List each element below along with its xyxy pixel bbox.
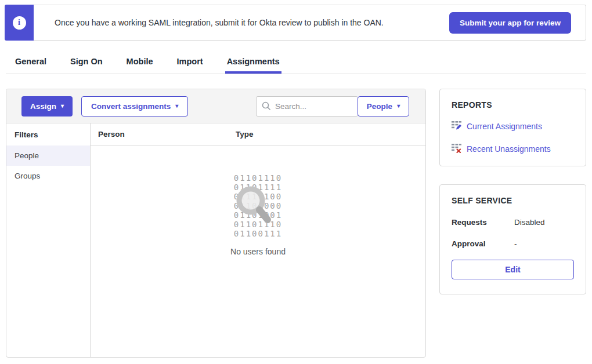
chevron-down-icon: ▾ bbox=[397, 103, 400, 109]
reports-title: REPORTS bbox=[452, 100, 574, 110]
search-icon bbox=[262, 101, 271, 111]
filters-sidebar: Filters People Groups bbox=[6, 123, 91, 357]
search-scope-label: People bbox=[367, 102, 392, 111]
info-banner: i Once you have a working SAML integrati… bbox=[5, 5, 586, 41]
convert-assignments-button[interactable]: Convert assignments ▾ bbox=[81, 96, 188, 117]
filters-title: Filters bbox=[6, 123, 90, 145]
filter-item-people[interactable]: People bbox=[6, 145, 90, 166]
convert-assignments-label: Convert assignments bbox=[91, 102, 171, 111]
requests-value: Disabled bbox=[514, 218, 545, 227]
reports-card: REPORTS Current Assignments bbox=[439, 89, 586, 166]
magnifier-icon bbox=[230, 181, 278, 231]
search-input[interactable] bbox=[256, 96, 358, 117]
empty-state-message: No users found bbox=[91, 247, 425, 256]
assignments-content: Filters People Groups Person Type 011011… bbox=[6, 123, 425, 357]
assignments-toolbar: Assign ▾ Convert assignments ▾ People ▾ bbox=[6, 89, 425, 123]
requests-row: Requests Disabled bbox=[452, 218, 574, 227]
banner-message: Once you have a working SAML integration… bbox=[55, 18, 449, 27]
unassignments-report-icon bbox=[452, 143, 461, 155]
chevron-down-icon: ▾ bbox=[175, 103, 178, 109]
assignments-report-icon bbox=[452, 121, 461, 132]
assignments-panel: Assign ▾ Convert assignments ▾ People ▾ … bbox=[6, 89, 426, 358]
search-scope-button[interactable]: People ▾ bbox=[358, 96, 409, 117]
banner-icon-box: i bbox=[5, 5, 34, 41]
requests-label: Requests bbox=[452, 218, 514, 227]
banner-body: Once you have a working SAML integration… bbox=[34, 5, 586, 41]
info-icon: i bbox=[13, 16, 26, 30]
empty-state: 01101110 01101111 01110100 01101000 0110… bbox=[91, 146, 425, 256]
column-header-person: Person bbox=[91, 130, 236, 139]
table-header-row: Person Type bbox=[91, 123, 425, 146]
app-tabs: General Sign On Mobile Import Assignment… bbox=[6, 51, 586, 74]
current-assignments-label: Current Assignments bbox=[467, 122, 542, 131]
assignments-table: Person Type 01101110 01101111 01110100 0… bbox=[91, 123, 425, 357]
submit-app-review-button[interactable]: Submit your app for review bbox=[449, 12, 571, 34]
tab-assignments[interactable]: Assignments bbox=[225, 51, 281, 74]
self-service-title: SELF SERVICE bbox=[452, 196, 574, 205]
recent-unassignments-label: Recent Unassignments bbox=[467, 144, 551, 154]
tab-sign-on[interactable]: Sign On bbox=[68, 51, 104, 74]
edit-button[interactable]: Edit bbox=[452, 260, 574, 279]
tab-mobile[interactable]: Mobile bbox=[125, 51, 155, 74]
self-service-card: SELF SERVICE Requests Disabled Approval … bbox=[439, 184, 586, 294]
approval-row: Approval - bbox=[452, 239, 574, 248]
assign-button[interactable]: Assign ▾ bbox=[21, 96, 73, 117]
tab-import[interactable]: Import bbox=[175, 51, 205, 74]
recent-unassignments-link[interactable]: Recent Unassignments bbox=[452, 143, 574, 155]
current-assignments-link[interactable]: Current Assignments bbox=[452, 121, 574, 132]
column-header-type: Type bbox=[236, 130, 254, 139]
approval-value: - bbox=[514, 239, 517, 248]
tab-general[interactable]: General bbox=[13, 51, 48, 74]
filter-item-groups[interactable]: Groups bbox=[6, 166, 90, 186]
approval-label: Approval bbox=[452, 239, 514, 248]
assign-button-label: Assign bbox=[30, 102, 56, 111]
search-group: People ▾ bbox=[256, 96, 409, 117]
chevron-down-icon: ▾ bbox=[61, 103, 64, 109]
